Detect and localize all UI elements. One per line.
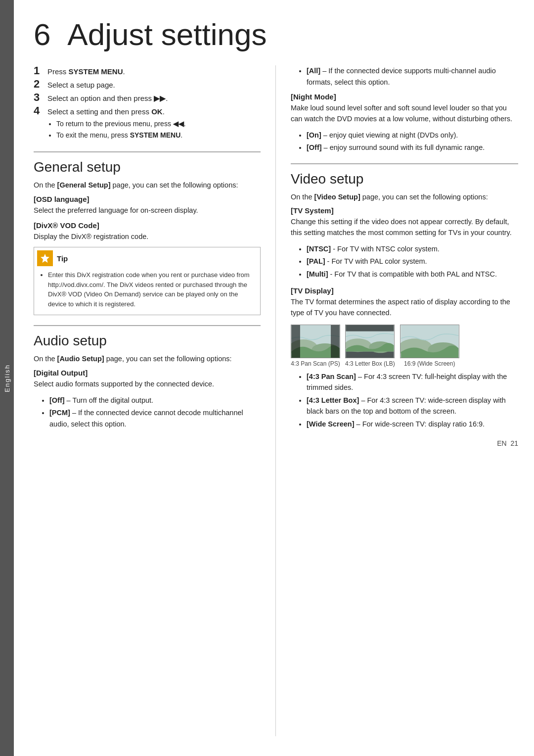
general-setup-section: General setup On the [General Setup] pag…: [34, 159, 261, 315]
audio-setup-title: Audio setup: [34, 333, 261, 349]
step-4-sub-1: To return to the previous menu, press ◀◀…: [56, 119, 186, 129]
video-setup-title: Video setup: [291, 171, 518, 187]
digital-output-bullets: [Off] – Turn off the digital output. [PC…: [39, 395, 261, 429]
tv-system-desc: Change this setting if the video does no…: [291, 217, 518, 238]
step-2-num: 2: [34, 79, 47, 90]
svg-rect-7: [346, 325, 394, 331]
tip-text: Enter this DivX registration code when y…: [48, 270, 254, 309]
divx-vod-heading: [DivX® VOD Code]: [34, 221, 261, 230]
osd-language-desc: Select the preferred language for on-scr…: [34, 205, 261, 216]
tv-display-images: 4:3 Pan Scan (PS): [291, 325, 518, 367]
step-2-text: Select a setup page.: [47, 80, 115, 90]
page-number: 21: [510, 439, 518, 447]
osd-language-heading: [OSD language]: [34, 195, 261, 203]
divx-vod-desc: Display the DivX® registration code.: [34, 232, 261, 242]
digital-output-desc: Select audio formats supported by the co…: [34, 379, 261, 390]
step-1-text: Press SYSTEM MENU.: [47, 66, 125, 77]
tv-img-pan-scan: 4:3 Pan Scan (PS): [291, 325, 340, 367]
wide-screen-svg: [400, 325, 459, 358]
audio-setup-intro: On the [Audio Setup] page, you can set t…: [34, 354, 261, 365]
night-mode-bullets: [On] – enjoy quiet viewing at night (DVD…: [296, 130, 518, 153]
audio-setup-section: Audio setup On the [Audio Setup] page, y…: [34, 333, 261, 429]
digital-output-off: [Off] – Turn off the digital output.: [49, 395, 261, 406]
tv-img-letter-box: 4:3 Letter Box (LB): [345, 325, 395, 367]
night-mode-desc: Make loud sound level softer and soft so…: [291, 103, 518, 125]
chapter-title: Adjust settings: [67, 17, 267, 51]
tip-header: Tip: [34, 247, 260, 268]
tip-star-icon: [40, 253, 50, 264]
step-3-num: 3: [34, 92, 47, 103]
tv-wide-screen-bullet: [Wide Screen] – For wide-screen TV: disp…: [307, 419, 518, 429]
svg-rect-5: [331, 325, 339, 358]
tv-display-heading: [TV Display]: [291, 286, 518, 295]
chapter-number: 6: [34, 17, 50, 51]
audio-setup-right: [All] – If the connected device supports…: [291, 65, 518, 153]
step-3-text: Select an option and then press ▶▶.: [47, 93, 168, 103]
tv-4-3-letter-box-bullet: [4:3 Letter Box] – For 4:3 screen TV: wi…: [307, 395, 518, 417]
step-4-subbullets: To return to the previous menu, press ◀◀…: [47, 119, 186, 142]
letter-box-svg: [345, 325, 395, 358]
pan-scan-svg: [291, 325, 340, 358]
tv-display-bullets: [4:3 Pan Scan] – For 4:3 screen TV: full…: [296, 371, 518, 429]
chapter-heading: 6 Adjust settings: [34, 18, 518, 51]
step-1: 1 Press SYSTEM MENU.: [34, 65, 261, 77]
steps-list: 1 Press SYSTEM MENU. 2 Select a setup pa…: [34, 65, 261, 142]
night-mode-heading: [Night Mode]: [291, 93, 518, 101]
video-setup-intro: On the [Video Setup] page, you can set t…: [291, 192, 518, 203]
tv-img-wide-screen: 16:9 (Wide Screen): [400, 325, 459, 367]
tv-letter-box-label: 4:3 Letter Box (LB): [345, 360, 395, 367]
tv-wide-screen-label: 16:9 (Wide Screen): [404, 360, 455, 367]
divider-general: [34, 151, 261, 152]
night-mode-on: [On] – enjoy quiet viewing at night (DVD…: [307, 130, 518, 141]
digital-output-all: [All] – If the connected device supports…: [307, 65, 518, 88]
step-4: 4 Select a setting and then press OK. To…: [34, 105, 261, 142]
step-2: 2 Select a setup page.: [34, 79, 261, 90]
side-language-tab: English: [0, 0, 14, 756]
general-setup-title: General setup: [34, 159, 261, 175]
digital-output-pcm: [PCM] – If the connected device cannot d…: [49, 407, 261, 429]
step-4-text: Select a setting and then press OK.: [47, 106, 165, 117]
step-3: 3 Select an option and then press ▶▶.: [34, 92, 261, 103]
digital-output-heading: [Digital Output]: [34, 369, 261, 377]
tip-box: Tip Enter this DivX registration code wh…: [34, 247, 261, 315]
tv-display-desc: The TV format determines the aspect rati…: [291, 297, 518, 319]
night-mode-off: [Off] – enjoy surround sound with its fu…: [307, 142, 518, 153]
tv-system-bullets: [NTSC] - For TV with NTSC color system. …: [296, 243, 518, 280]
svg-rect-8: [346, 351, 394, 358]
step-4-sub-2: To exit the menu, press SYSTEM MENU.: [56, 130, 186, 141]
video-setup-section: Video setup On the [Video Setup] page, y…: [291, 171, 518, 430]
page-en-label: EN: [497, 439, 506, 447]
step-1-num: 1: [34, 65, 47, 76]
page-footer: EN 21: [291, 439, 518, 447]
tip-body: Enter this DivX registration code when y…: [34, 268, 260, 315]
tv-ntsc: [NTSC] - For TV with NTSC color system.: [307, 243, 518, 254]
step-4-num: 4: [34, 105, 47, 116]
divider-audio: [34, 325, 261, 326]
side-tab-label: English: [3, 364, 11, 392]
tip-label: Tip: [57, 254, 68, 263]
tip-icon: [37, 250, 53, 266]
tv-4-3-pan-scan-bullet: [4:3 Pan Scan] – For 4:3 screen TV: full…: [307, 371, 518, 393]
tv-multi: [Multi] - For TV that is compatible with…: [307, 269, 518, 280]
general-setup-intro: On the [General Setup] page, you can set…: [34, 180, 261, 191]
divider-video: [291, 163, 518, 164]
digital-output-all-bullet: [All] – If the connected device supports…: [296, 65, 518, 88]
tv-pan-scan-label: 4:3 Pan Scan (PS): [291, 360, 340, 367]
svg-marker-0: [41, 254, 49, 263]
svg-rect-4: [291, 325, 300, 358]
tv-pal: [PAL] - For TV with PAL color system.: [307, 256, 518, 267]
tv-system-heading: [TV System]: [291, 206, 518, 215]
